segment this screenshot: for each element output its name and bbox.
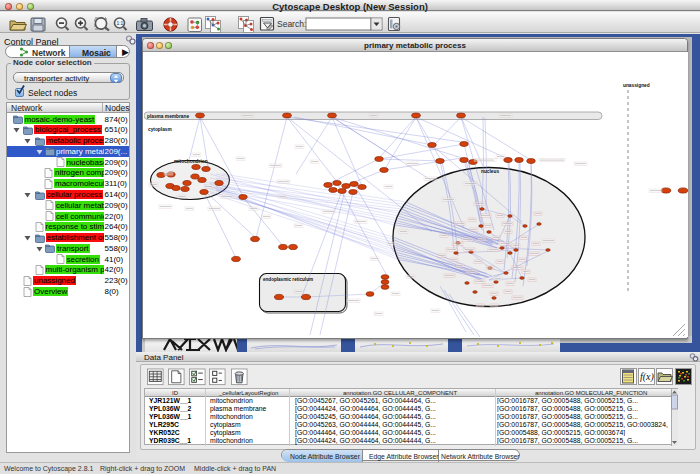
svg-text:endoplasmic reticulum: endoplasmic reticulum	[263, 277, 313, 282]
svg-text:cytoplasm: cytoplasm	[148, 127, 172, 132]
svg-text:plasma membrane: plasma membrane	[147, 114, 189, 119]
svg-text:1:1: 1:1	[116, 20, 123, 26]
svg-text:f(x): f(x)	[640, 371, 655, 383]
svg-text:mitochondrion: mitochondrion	[174, 159, 208, 164]
svg-text:Search:: Search:	[277, 19, 306, 29]
svg-text:nucleus: nucleus	[481, 169, 499, 174]
svg-text:unassigned: unassigned	[623, 83, 650, 88]
